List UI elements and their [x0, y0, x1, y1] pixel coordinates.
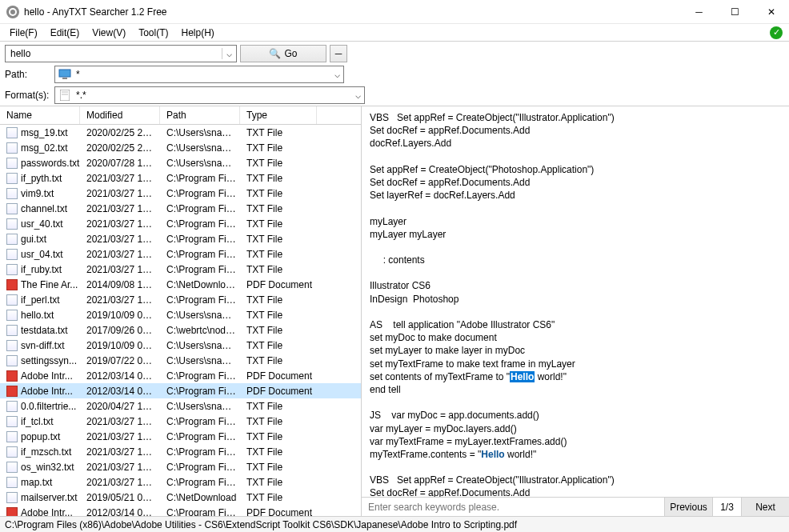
table-row[interactable]: if_mzsch.txt2021/03/27 10:...C:\Program … [0, 444, 361, 459]
table-row[interactable]: passwords.txt2020/07/28 12:...C:\Users\s… [0, 155, 361, 170]
monitor-icon [58, 69, 71, 80]
col-type[interactable]: Type [240, 106, 317, 124]
collapse-button[interactable]: ─ [330, 45, 347, 62]
pdf-icon [6, 386, 18, 397]
go-label: Go [284, 48, 297, 59]
menu-help[interactable]: Help(H) [175, 26, 221, 40]
col-name[interactable]: Name [0, 106, 80, 124]
txt-icon [6, 310, 18, 321]
table-row[interactable]: gui.txt2021/03/27 10:...C:\Program File.… [0, 231, 361, 246]
pdf-icon [6, 279, 18, 290]
table-row[interactable]: msg_19.txt2020/02/25 23:...C:\Users\snap… [0, 125, 361, 140]
search-input[interactable] [6, 48, 222, 59]
table-row[interactable]: Adobe Intr...2012/03/14 02:...C:\Program… [0, 368, 361, 383]
file-name: popup.txt [21, 431, 60, 442]
table-row[interactable]: Adobe Intr...2012/03/14 02:...C:\Program… [0, 383, 361, 398]
file-name: usr_04.txt [21, 249, 63, 260]
format-dropdown-icon[interactable]: ⌵ [355, 90, 361, 101]
file-path: C:\Users\snapfil... [162, 158, 242, 169]
file-path: C:\Program File... [162, 386, 242, 397]
window-title: hello - AnyTXT Searcher 1.2 Free [24, 6, 681, 18]
txt-icon [6, 462, 18, 473]
go-button[interactable]: 🔍 Go [240, 45, 326, 62]
file-name: msg_02.txt [21, 142, 68, 154]
file-modified: 2012/03/14 02:... [82, 507, 162, 517]
file-modified: 2021/03/27 10:... [82, 234, 162, 245]
file-name: Adobe Intr... [21, 386, 73, 397]
file-type: TXT File [242, 264, 318, 275]
file-name: usr_40.txt [21, 218, 63, 230]
table-row[interactable]: hello.txt2019/10/09 06:...C:\Users\snapf… [0, 307, 361, 322]
file-modified: 2020/02/25 23:... [82, 142, 162, 154]
table-row[interactable]: map.txt2021/03/27 10:...C:\Program File.… [0, 474, 361, 490]
menu-view[interactable]: View(V) [86, 26, 132, 40]
file-modified: 2021/03/27 10:... [82, 218, 162, 230]
path-dropdown-icon[interactable]: ⌵ [334, 69, 340, 80]
file-modified: 2021/03/27 10:... [82, 416, 162, 427]
col-path[interactable]: Path [160, 106, 240, 124]
table-row[interactable]: if_pyth.txt2021/03/27 10:...C:\Program F… [0, 170, 361, 186]
table-row[interactable]: vim9.txt2021/03/27 10:...C:\Program File… [0, 186, 361, 201]
close-button[interactable]: ✕ [753, 0, 789, 24]
titlebar: hello - AnyTXT Searcher 1.2 Free ─ ☐ ✕ [0, 0, 789, 24]
svg-rect-0 [59, 70, 70, 77]
table-row[interactable]: usr_40.txt2021/03/27 10:...C:\Program Fi… [0, 216, 361, 231]
next-button[interactable]: Next [741, 498, 789, 516]
txt-icon [6, 401, 18, 412]
col-modified[interactable]: Modified [80, 106, 160, 124]
pdf-icon [6, 507, 18, 517]
file-path: C:\Users\snapfil... [162, 340, 242, 351]
menu-file[interactable]: File(F) [3, 26, 44, 40]
file-name: gui.txt [21, 234, 46, 245]
table-row[interactable]: svn-diff.txt2019/10/09 06:...C:\Users\sn… [0, 338, 361, 353]
file-name: channel.txt [21, 203, 67, 214]
format-combo[interactable]: *.* ⌵ [54, 86, 365, 104]
index-status-icon[interactable]: ✓ [770, 26, 783, 39]
minimize-button[interactable]: ─ [681, 0, 717, 24]
file-path: C:\NetDownloa... [162, 279, 242, 290]
file-type: TXT File [242, 340, 318, 351]
table-row[interactable]: os_win32.txt2021/03/27 10:...C:\Program … [0, 459, 361, 474]
table-row[interactable]: if_perl.txt2021/03/27 10:...C:\Program F… [0, 292, 361, 307]
menu-tool[interactable]: Tool(T) [132, 26, 174, 40]
preview-search-input[interactable] [362, 498, 664, 516]
file-modified: 2021/03/27 10:... [82, 462, 162, 473]
file-path: C:\Program File... [162, 249, 242, 260]
table-row[interactable]: if_ruby.txt2021/03/27 10:...C:\Program F… [0, 262, 361, 277]
file-modified: 2019/07/22 09:... [82, 355, 162, 366]
table-row[interactable]: testdata.txt2017/09/26 08:...C:\webrtc\n… [0, 322, 361, 338]
table-row[interactable]: 0.0.filtertrie...2020/04/27 14:...C:\Use… [0, 398, 361, 414]
previous-button[interactable]: Previous [664, 498, 712, 516]
table-row[interactable]: popup.txt2021/03/27 10:...C:\Program Fil… [0, 429, 361, 444]
table-row[interactable]: The Fine Ar...2014/09/08 17:...C:\NetDow… [0, 277, 361, 292]
file-modified: 2012/03/14 02:... [82, 370, 162, 382]
app-icon [6, 6, 19, 18]
file-type: TXT File [242, 401, 318, 412]
table-row[interactable]: Adobe Intr...2012/03/14 02:...C:\Program… [0, 505, 361, 516]
results-list[interactable]: msg_19.txt2020/02/25 23:...C:\Users\snap… [0, 125, 361, 516]
match-count: 1/3 [712, 498, 741, 516]
table-row[interactable]: usr_04.txt2021/03/27 10:...C:\Program Fi… [0, 246, 361, 262]
maximize-button[interactable]: ☐ [717, 0, 753, 24]
file-modified: 2021/03/27 10:... [82, 477, 162, 488]
file-type: TXT File [242, 203, 318, 214]
file-name: hello.txt [21, 310, 54, 321]
table-row[interactable]: if_tcl.txt2021/03/27 10:...C:\Program Fi… [0, 414, 361, 429]
file-modified: 2021/03/27 10:... [82, 294, 162, 306]
path-combo[interactable]: * ⌵ [54, 66, 344, 83]
preview-text[interactable]: VBS Set appRef = CreateObject("Illustrat… [362, 106, 789, 497]
file-type: PDF Document [242, 370, 318, 382]
table-row[interactable]: mailserver.txt2019/05/21 08:...C:\NetDow… [0, 490, 361, 505]
table-row[interactable]: channel.txt2021/03/27 10:...C:\Program F… [0, 201, 361, 216]
table-row[interactable]: settingssyn...2019/07/22 09:...C:\Users\… [0, 353, 361, 368]
table-row[interactable]: msg_02.txt2020/02/25 23:...C:\Users\snap… [0, 140, 361, 155]
search-dropdown-icon[interactable]: ⌵ [222, 48, 236, 59]
file-path: C:\Program File... [162, 507, 242, 517]
txt-icon [6, 264, 18, 275]
txt-icon [6, 446, 18, 458]
file-modified: 2020/02/25 23:... [82, 127, 162, 138]
file-modified: 2021/03/27 10:... [82, 188, 162, 199]
menu-edit[interactable]: Edit(E) [44, 26, 86, 40]
file-type: TXT File [242, 249, 318, 260]
search-combo[interactable]: ⌵ [5, 45, 237, 62]
